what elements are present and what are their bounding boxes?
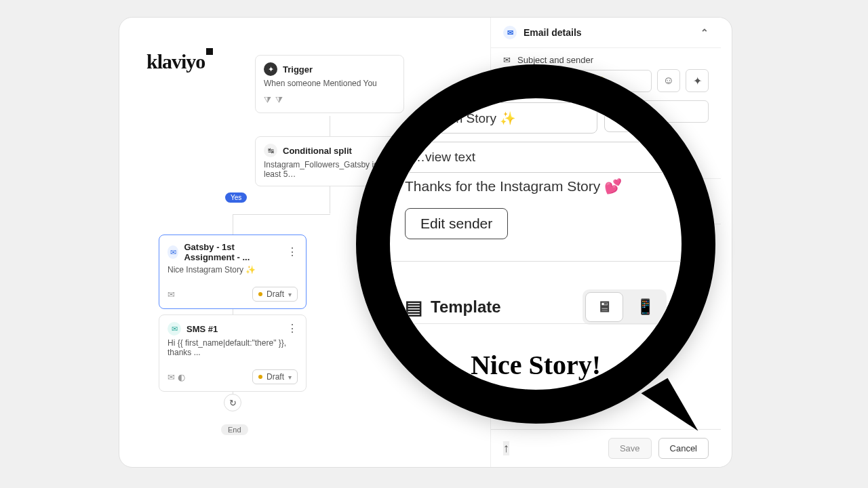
- section-email-details[interactable]: ✉ Email details ⌃: [491, 18, 721, 48]
- email-subject: Nice Instagram Story ✨: [159, 265, 306, 281]
- magnified-mobile-icon[interactable]: 📱: [626, 292, 664, 322]
- magnifier-overlay: …gram Story ✨ ☺ ✦ …view text Thanks for …: [356, 64, 715, 424]
- node-sms[interactable]: ✉ SMS #1 ⋮ Hi {{ first_name|default:"the…: [159, 314, 307, 392]
- node-title: SMS #1: [186, 324, 218, 334]
- subsection-subject-sender[interactable]: ✉ Subject and sender: [491, 48, 721, 65]
- add-step-button[interactable]: ↻: [224, 394, 241, 411]
- bolt-icon: ✦: [264, 62, 277, 76]
- node-title: Trigger: [283, 64, 313, 75]
- envelope-icon: ✉: [503, 55, 511, 65]
- channel-icons: ✉ ◐: [167, 372, 185, 382]
- status-dropdown[interactable]: Draft ▾: [252, 369, 298, 384]
- subsection-label: Subject and sender: [517, 55, 593, 65]
- magnified-template-icon: ▤: [405, 296, 422, 319]
- emoji-button[interactable]: ☺: [657, 69, 680, 92]
- chevron-down-icon: ▾: [288, 373, 292, 381]
- node-title: Gatsby - 1st Assignment - ...: [184, 242, 281, 262]
- node-trigger[interactable]: ✦ Trigger When someone Mentioned You ⧩ ⧩: [255, 55, 404, 113]
- status-label: Draft: [267, 289, 284, 299]
- section-title: Email details: [524, 27, 582, 38]
- more-menu-icon[interactable]: ⋮: [287, 323, 298, 334]
- status-dropdown[interactable]: Draft ▾: [252, 287, 298, 302]
- filter-icon: ⧩: [275, 95, 283, 106]
- delivery-icon: ✉: [167, 289, 175, 300]
- magnified-preview-heading: Nice Story!: [390, 337, 682, 384]
- magnified-device-toggle[interactable]: 🖥 📱: [583, 289, 667, 325]
- mail-icon: ✉: [167, 245, 178, 259]
- sms-body: Hi {{ first_name|default:"there" }}, tha…: [159, 338, 306, 364]
- branch-yes-label: Yes: [225, 192, 247, 203]
- magnified-edit-sender-button[interactable]: Edit sender: [405, 208, 508, 239]
- magnified-preview-label-input[interactable]: …view text: [402, 142, 669, 173]
- magnified-emoji-button[interactable]: ☺: [604, 104, 633, 132]
- node-title: Conditional split: [283, 146, 352, 156]
- cancel-button[interactable]: Cancel: [658, 438, 709, 459]
- magnified-subject-input[interactable]: …gram Story ✨: [410, 102, 597, 134]
- funnel-icon: ⧩: [264, 95, 271, 106]
- scroll-top-button[interactable]: ↑: [503, 441, 509, 455]
- magnified-template-label: Template: [431, 298, 501, 317]
- status-label: Draft: [267, 372, 284, 382]
- connector: [330, 185, 330, 214]
- more-menu-icon[interactable]: ⋮: [287, 247, 298, 258]
- save-button[interactable]: Save: [608, 438, 652, 459]
- end-label: End: [221, 424, 248, 435]
- chevron-down-icon: ▾: [288, 291, 292, 298]
- brand-logo: klaviyo: [146, 50, 213, 73]
- magnified-preview-value: Thanks for the Instagram Story 💕: [405, 178, 622, 195]
- ai-suggest-button[interactable]: ✦: [686, 69, 709, 92]
- node-desc: When someone Mentioned You: [256, 79, 403, 95]
- branch-icon: ↹: [264, 144, 277, 157]
- status-dot-icon: [258, 375, 262, 379]
- mail-icon: ✉: [503, 26, 517, 39]
- sms-icon: ✉: [167, 322, 181, 336]
- trigger-indicators: ⧩ ⧩: [256, 95, 403, 113]
- connector: [233, 214, 330, 215]
- node-email[interactable]: ✉ Gatsby - 1st Assignment - ... ⋮ Nice I…: [159, 235, 307, 309]
- magnified-desktop-icon[interactable]: 🖥: [585, 292, 623, 322]
- chevron-up-icon[interactable]: ⌃: [701, 27, 709, 38]
- status-dot-icon: [258, 292, 262, 296]
